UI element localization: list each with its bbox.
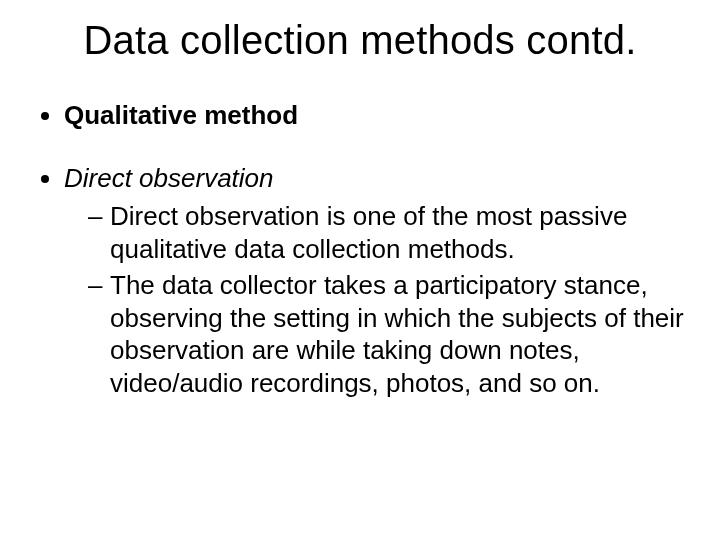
sub-bullet-text: Direct observation is one of the most pa…: [110, 201, 627, 264]
sub-bullet-participatory: The data collector takes a participatory…: [88, 269, 684, 399]
bullet-text: Qualitative method: [64, 100, 298, 130]
bullet-text: Direct observation: [64, 163, 274, 193]
sub-bullet-list: Direct observation is one of the most pa…: [64, 200, 684, 399]
bullet-qualitative-method: Qualitative method: [64, 99, 684, 132]
sub-bullet-text: The data collector takes a participatory…: [110, 270, 684, 398]
slide: Data collection methods contd. Qualitati…: [0, 0, 720, 540]
sub-bullet-passive: Direct observation is one of the most pa…: [88, 200, 684, 265]
bullet-list: Qualitative method Direct observation Di…: [36, 99, 684, 399]
slide-title: Data collection methods contd.: [36, 18, 684, 63]
bullet-direct-observation: Direct observation Direct observation is…: [64, 162, 684, 400]
